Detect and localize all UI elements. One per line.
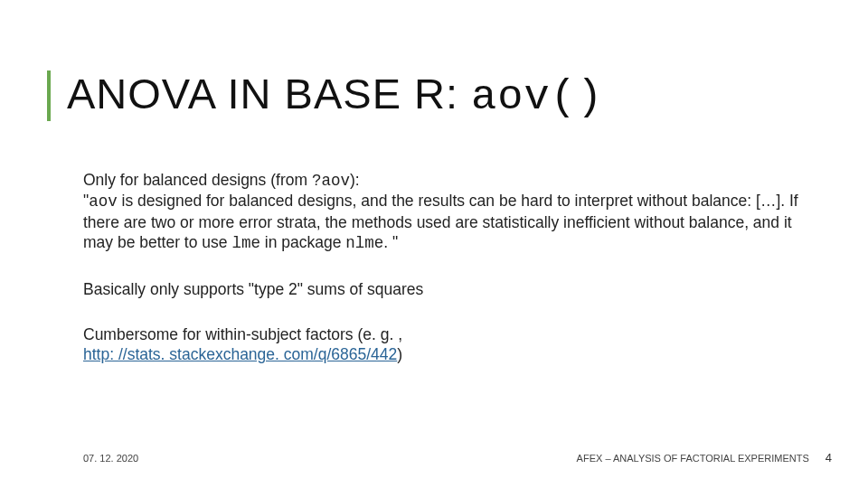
p1-code-help: ?aov (312, 172, 350, 190)
slide-title: ANOVA IN BASE R: aov() (67, 70, 603, 121)
slide-body: Only for balanced designs (from ?aov): "… (83, 170, 814, 390)
p1-rest2: in package (260, 233, 345, 251)
paragraph-type2: Basically only supports "type 2" sums of… (83, 279, 814, 299)
p1-lead: Only for balanced designs (from (83, 171, 312, 189)
paragraph-within-subject: Cumbersome for within-subject factors (e… (83, 324, 814, 365)
footer-right: AFEX – ANALYSIS OF FACTORIAL EXPERIMENTS… (577, 451, 832, 465)
slide-footer: 07. 12. 2020 AFEX – ANALYSIS OF FACTORIA… (83, 451, 832, 465)
title-text: ANOVA IN BASE R: (67, 70, 471, 117)
p3-tail: ) (397, 345, 402, 363)
p3-lead: Cumbersome for within-subject factors (e… (83, 325, 402, 343)
paragraph-balanced-designs: Only for balanced designs (from ?aov): "… (83, 170, 814, 254)
slide: ANOVA IN BASE R: aov() Only for balanced… (0, 0, 868, 488)
stackexchange-link[interactable]: http: //stats. stackexchange. com/q/6865… (83, 345, 397, 363)
title-code: aov() (471, 73, 603, 121)
footer-date: 07. 12. 2020 (83, 453, 138, 464)
p1-code-lme: lme (231, 234, 260, 252)
footer-source: AFEX – ANALYSIS OF FACTORIAL EXPERIMENTS (577, 453, 809, 464)
accent-bar (47, 70, 51, 121)
p1-rest: is designed for balanced designs, and th… (83, 192, 798, 251)
p1-code-aov: aov (89, 192, 118, 211)
page-number: 4 (826, 451, 832, 465)
p1-after-code1: ): (350, 171, 360, 189)
p1-tail: . " (383, 233, 398, 251)
title-block: ANOVA IN BASE R: aov() (47, 70, 832, 121)
p1-code-nlme: nlme (345, 234, 383, 252)
